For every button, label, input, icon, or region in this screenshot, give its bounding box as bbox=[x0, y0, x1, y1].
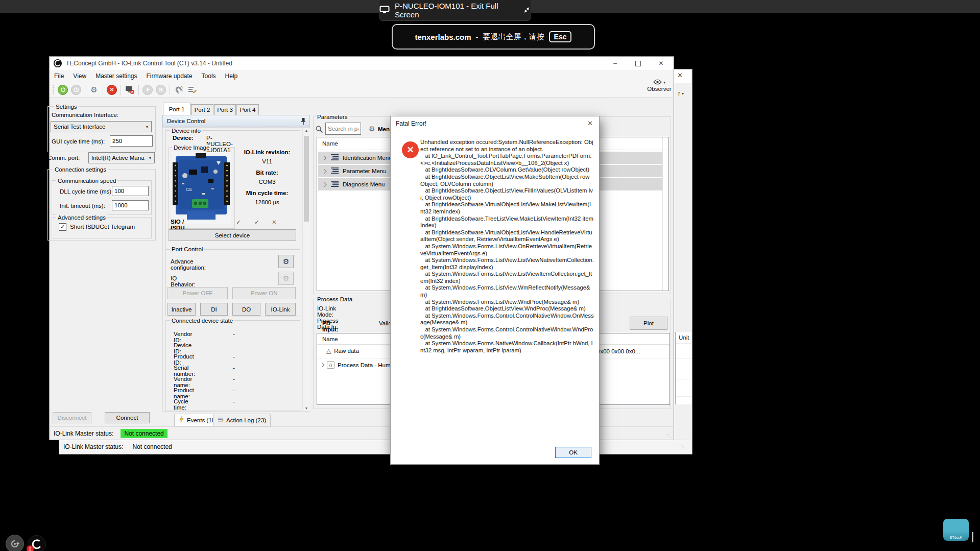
state-row-label: Serial number: bbox=[174, 365, 195, 377]
scrollbar-thumb[interactable] bbox=[304, 136, 309, 222]
dock-tile[interactable]: STdocK bbox=[943, 519, 969, 541]
chevron-down-icon: ▾ bbox=[682, 91, 684, 96]
mode-do-button[interactable]: DO bbox=[232, 303, 260, 316]
menu-view[interactable]: View bbox=[68, 70, 91, 82]
menu-firmware-update[interactable]: Firmware update bbox=[142, 70, 197, 82]
scroll-up-icon[interactable]: ▲ bbox=[303, 129, 310, 132]
unit-column-header: Unit bbox=[679, 334, 689, 341]
short-isdu-checkbox[interactable]: ✓ bbox=[59, 223, 66, 231]
dialog-title: Fatal Error! bbox=[396, 120, 426, 127]
power-off-button[interactable]: Power OFF bbox=[168, 287, 228, 299]
resize-grip-icon[interactable]: ⋱ bbox=[681, 444, 686, 450]
exception-message: Unhandled exception occured:System.NullR… bbox=[420, 139, 594, 430]
menu-file[interactable]: File bbox=[50, 70, 68, 82]
settings-group-label: Settings bbox=[54, 104, 79, 110]
power-on-button[interactable]: Power ON bbox=[232, 287, 296, 299]
plot-button[interactable]: Plot bbox=[630, 317, 667, 330]
pin-icon[interactable] bbox=[301, 117, 306, 126]
notification-message: 要退出全屏，请按 bbox=[483, 32, 544, 42]
ds-mark: ✕ bbox=[272, 219, 277, 226]
disconnect-button[interactable]: Disconnect bbox=[53, 412, 91, 423]
exit-fullscreen-label: P-NUCLEO-IOM101 - Exit Full Screen bbox=[395, 2, 518, 19]
toolbar: ⚙ ✕ bbox=[50, 82, 673, 98]
comm-interface-label: Communication Interface: bbox=[52, 112, 118, 118]
device-image-label: Device Image bbox=[172, 145, 211, 151]
comm-port-label: Comm. port: bbox=[47, 155, 80, 161]
edit-list-icon[interactable] bbox=[186, 84, 198, 95]
toolbar-grip[interactable] bbox=[53, 85, 54, 94]
chevron-down-icon: ▾ bbox=[143, 125, 151, 129]
init-timeout-input[interactable] bbox=[112, 200, 149, 210]
disconnect-device-icon[interactable] bbox=[124, 84, 135, 95]
pd-row-raw-data[interactable]: △ Raw data bbox=[326, 347, 359, 354]
minimize-button[interactable]: – bbox=[604, 57, 627, 70]
magnet-icon[interactable] bbox=[173, 84, 184, 95]
chevron-right-icon[interactable] bbox=[320, 363, 325, 368]
dll-cycle-label: DLL cycle time (ms): bbox=[60, 188, 113, 195]
lightning-icon bbox=[179, 416, 184, 424]
state-row-label: Product ID: bbox=[174, 353, 194, 366]
svg-text:CE: CE bbox=[186, 187, 193, 192]
tab-port-4[interactable]: Port 4 bbox=[236, 104, 259, 115]
ok-button[interactable]: OK bbox=[555, 447, 591, 458]
window-title: TEConcept GmbH - IO-Link Control Tool (C… bbox=[66, 60, 232, 67]
settings-gear-icon[interactable]: ⚙ bbox=[88, 84, 100, 95]
gui-cycle-input[interactable] bbox=[110, 135, 153, 147]
maximize-button[interactable] bbox=[627, 57, 650, 70]
mode-inactive-button[interactable]: Inactive bbox=[168, 303, 196, 316]
chevron-down-icon: ▾ bbox=[146, 156, 154, 160]
pd-raw-hex-value: 0x00 0x00 0x0... bbox=[597, 348, 640, 354]
select-device-button[interactable]: Select device bbox=[169, 229, 296, 241]
tab-port-1[interactable]: Port 1 bbox=[163, 103, 190, 115]
dll-cycle-input[interactable] bbox=[112, 186, 149, 196]
maximize-icon bbox=[635, 61, 641, 66]
scroll-down-icon[interactable]: ▼ bbox=[303, 406, 310, 410]
dialog-close-icon[interactable]: ✕ bbox=[587, 119, 593, 127]
state-row-value: - bbox=[233, 353, 235, 360]
background-window-partial-control[interactable]: r ▾ bbox=[678, 90, 684, 97]
menu-list-icon bbox=[331, 167, 339, 175]
connect-button[interactable]: Connect bbox=[105, 412, 150, 423]
window-controls: – ✕ bbox=[604, 57, 673, 70]
tab-action-log[interactable]: Action Log (23) bbox=[213, 414, 271, 426]
device-label: Device: bbox=[173, 135, 194, 141]
close-button[interactable]: ✕ bbox=[650, 57, 673, 70]
notification-count-badge: 2 bbox=[27, 545, 34, 551]
collapse-icon[interactable] bbox=[523, 6, 531, 15]
abort-icon[interactable]: ✕ bbox=[106, 84, 117, 95]
note-icon bbox=[218, 417, 224, 424]
name-column-header[interactable]: Name bbox=[322, 140, 338, 147]
power-on-master-icon[interactable] bbox=[57, 84, 68, 95]
mode-iolink-button[interactable]: IO-Link bbox=[265, 303, 296, 316]
menu-tools[interactable]: Tools bbox=[197, 70, 221, 82]
titlebar[interactable]: TEConcept GmbH - IO-Link Control Tool (C… bbox=[50, 57, 673, 70]
resize-grip-icon[interactable]: ⋱ bbox=[666, 433, 671, 439]
advance-config-gear-button[interactable]: ⚙ bbox=[278, 255, 294, 268]
init-timeout-label: Init. timeout (ms): bbox=[60, 203, 105, 209]
device-scrollbar[interactable]: ▲ ▼ bbox=[302, 128, 310, 411]
isdu-mark: ✓ bbox=[254, 219, 259, 226]
observer-dropdown[interactable]: ▾ Observer bbox=[644, 79, 675, 99]
advance-config-label: Advance configuration: bbox=[171, 258, 206, 271]
state-row-value: - bbox=[233, 365, 235, 371]
launcher-icon[interactable] bbox=[6, 535, 24, 551]
name-column-header[interactable]: Name bbox=[322, 336, 338, 342]
menu-master-settings[interactable]: Master settings bbox=[91, 70, 141, 82]
parameter-search-input[interactable] bbox=[325, 123, 361, 135]
comm-port-select[interactable]: Intel(R) Active Mana ▾ bbox=[88, 152, 155, 163]
gear-icon: ⚙ bbox=[283, 258, 290, 265]
pd-row-process-data[interactable]: {} Process Data - Humid bbox=[320, 361, 395, 369]
background-window-close-icon[interactable]: ✕ bbox=[677, 71, 683, 79]
notification-separator: - bbox=[476, 33, 479, 41]
gear-icon: ⚙ bbox=[369, 125, 375, 132]
mode-di-button[interactable]: DI bbox=[200, 303, 228, 316]
device-control-header[interactable]: Device Control bbox=[162, 115, 310, 127]
tab-port-3[interactable]: Port 3 bbox=[214, 104, 236, 115]
iq-behavior-gear-button[interactable]: ⚙ bbox=[278, 272, 294, 285]
comm-interface-select[interactable]: Serial Test Interface ▾ bbox=[51, 121, 152, 132]
tab-port-2[interactable]: Port 2 bbox=[191, 104, 213, 115]
exit-fullscreen-tab[interactable]: P-NUCLEO-IOM101 - Exit Full Screen bbox=[379, 0, 531, 21]
background-window-table-fragment: Unit bbox=[675, 332, 691, 404]
menu-help[interactable]: Help bbox=[221, 70, 243, 82]
menubar: File View Master settings Firmware updat… bbox=[50, 70, 673, 82]
